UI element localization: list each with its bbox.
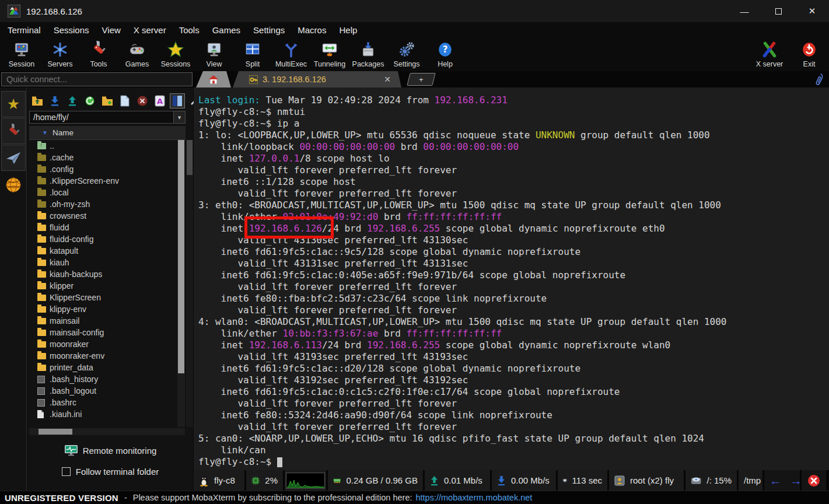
toolbar-xserver-button[interactable]: X server — [749, 40, 790, 68]
quick-connect-input[interactable] — [1, 72, 193, 86]
remote-monitoring-button[interactable]: Remote monitoring — [27, 442, 193, 459]
file-row[interactable]: moonraker — [29, 338, 176, 350]
close-terminal-icon[interactable] — [807, 474, 820, 487]
home-tab[interactable] — [196, 71, 231, 88]
toolbar-tools-button[interactable]: Tools — [78, 40, 119, 68]
folder-icon — [37, 295, 46, 301]
menu-settings[interactable]: Settings — [247, 23, 291, 37]
delete-icon — [137, 95, 148, 107]
toolbar-packages-button[interactable]: Packages — [348, 40, 389, 68]
mobatek-link[interactable]: https://mobaxterm.mobatek.net — [416, 493, 533, 502]
terminal-line: 1: lo: <LOOPBACK,UP,LOWER_UP> mtu 65536 … — [198, 130, 829, 141]
toolbar-games-button[interactable]: Games — [117, 40, 158, 68]
split-view-button[interactable] — [170, 93, 185, 108]
users-status: root (x2) fly — [609, 470, 685, 491]
rename-button[interactable]: A — [152, 93, 167, 108]
toolbar-view-button[interactable]: View — [194, 40, 235, 68]
file-row[interactable]: .kiauh.ini — [29, 408, 176, 420]
file-row[interactable]: kiauh — [29, 257, 176, 268]
file-row[interactable]: moonraker-env — [29, 350, 176, 362]
close-button[interactable]: ✕ — [795, 0, 829, 22]
file-name: .. — [50, 141, 54, 150]
file-row[interactable]: katapult — [29, 245, 176, 257]
sessions-panel-tab[interactable]: ★ — [1, 91, 26, 117]
file-row[interactable]: .bashrc — [29, 397, 176, 408]
toolbar-sessions-button[interactable]: Sessions — [155, 40, 196, 68]
file-row[interactable]: .oh-my-zsh — [29, 198, 176, 210]
menu-terminal[interactable]: Terminal — [1, 23, 47, 37]
tab-close-icon[interactable]: ✕ — [384, 75, 391, 84]
download-button[interactable] — [47, 93, 62, 108]
terminal-output[interactable]: Last login: Tue Mar 19 02:49:28 2024 fro… — [194, 88, 829, 470]
previous-tab-arrow-icon[interactable]: ← — [769, 474, 782, 488]
file-row[interactable]: crowsnest — [29, 210, 176, 222]
file-row[interactable]: .. — [29, 140, 176, 152]
terminal-tab[interactable]: 3. 192.168.6.126 ✕ — [233, 71, 401, 88]
toolbar-session-button[interactable]: Session — [1, 40, 42, 68]
refresh-button[interactable] — [82, 93, 97, 108]
toolbar-settings-button[interactable]: Settings — [386, 40, 427, 68]
file-row[interactable]: .KlipperScreen-env — [29, 175, 176, 187]
terminal-line: valid_lft 43192sec preferred_lft 43192se… — [198, 374, 829, 386]
scrollbar-thumb[interactable] — [178, 140, 184, 373]
paperclip-icon[interactable] — [814, 72, 824, 86]
file-row[interactable]: .cache — [29, 152, 176, 163]
file-row[interactable]: kiauh-backups — [29, 268, 176, 280]
file-row[interactable]: mainsail — [29, 315, 176, 327]
follow-terminal-folder-checkbox[interactable] — [62, 467, 71, 476]
menu-sessions[interactable]: Sessions — [47, 23, 96, 37]
terminal-line: valid_lft forever preferred_lft forever — [198, 398, 829, 410]
toolbar-servers-button[interactable]: Servers — [40, 40, 81, 68]
terminal-line: link/loopback 00:00:00:00:00:00 brd 00:0… — [198, 141, 829, 153]
toolbar-exit-button[interactable]: Exit — [789, 40, 829, 68]
file-row[interactable]: .bash_logout — [29, 385, 176, 397]
tools-panel-tab[interactable] — [1, 118, 26, 144]
file-name: mainsail-config — [50, 328, 104, 337]
toolbar-split-button[interactable]: Split — [232, 40, 273, 68]
file-list-hscrollbar[interactable] — [29, 428, 185, 435]
panel-scrollbar[interactable] — [186, 140, 193, 427]
maximize-button[interactable] — [761, 0, 795, 22]
new-folder-button[interactable] — [100, 93, 115, 108]
menu-games[interactable]: Games — [206, 23, 247, 37]
sessions-star-icon — [155, 40, 196, 60]
next-tab-arrow-icon[interactable]: → — [790, 474, 802, 488]
file-row[interactable]: KlipperScreen — [29, 292, 176, 303]
path-dropdown[interactable]: /home/fly/ ▾ — [29, 111, 186, 124]
new-tab-button[interactable]: + — [407, 73, 435, 86]
file-row[interactable]: printer_data — [29, 362, 176, 373]
sftp-panel-tab[interactable] — [1, 145, 26, 171]
file-row[interactable]: klipper — [29, 280, 176, 292]
remote-browser-tab[interactable] — [1, 172, 26, 198]
file-row[interactable]: mainsail-config — [29, 327, 176, 338]
delete-button[interactable] — [135, 93, 150, 108]
terminal-line: fly@fly-c8:~$ — [198, 456, 829, 468]
toolbar-help-button[interactable]: ? Help — [425, 40, 466, 68]
menu-view[interactable]: View — [96, 23, 127, 37]
upload-button[interactable] — [65, 93, 80, 108]
file-row[interactable]: fluidd — [29, 222, 176, 233]
name-column-header[interactable]: ▼ Name — [29, 126, 186, 140]
menu-help[interactable]: Help — [333, 23, 363, 37]
parent-folder-button[interactable] — [30, 93, 45, 108]
menu-macros[interactable]: Macros — [291, 23, 333, 37]
toolbar-multiexec-button[interactable]: MultiExec — [271, 40, 312, 68]
file-list-scrollbar[interactable] — [177, 140, 185, 427]
file-row[interactable]: fluidd-config — [29, 233, 176, 245]
file-row[interactable]: .config — [29, 163, 176, 175]
minimize-button[interactable]: — — [727, 0, 761, 22]
menu-xserver[interactable]: X server — [127, 23, 173, 37]
file-row[interactable]: klippy-env — [29, 303, 176, 315]
file-name: klippy-env — [50, 304, 86, 314]
new-file-button[interactable] — [117, 93, 132, 108]
file-row[interactable]: .bash_history — [29, 373, 176, 385]
folder-icon — [37, 353, 46, 359]
toolbar-tunneling-button[interactable]: Tunneling — [309, 40, 350, 68]
menu-tools[interactable]: Tools — [173, 23, 206, 37]
hidden-folder-icon — [37, 166, 46, 173]
upload-status: 0.01 Mb/s — [425, 470, 492, 491]
chevron-down-icon[interactable]: ▾ — [173, 111, 185, 123]
file-row[interactable]: .local — [29, 187, 176, 198]
view-icon — [194, 40, 235, 60]
hscrollbar-thumb[interactable] — [39, 429, 72, 435]
